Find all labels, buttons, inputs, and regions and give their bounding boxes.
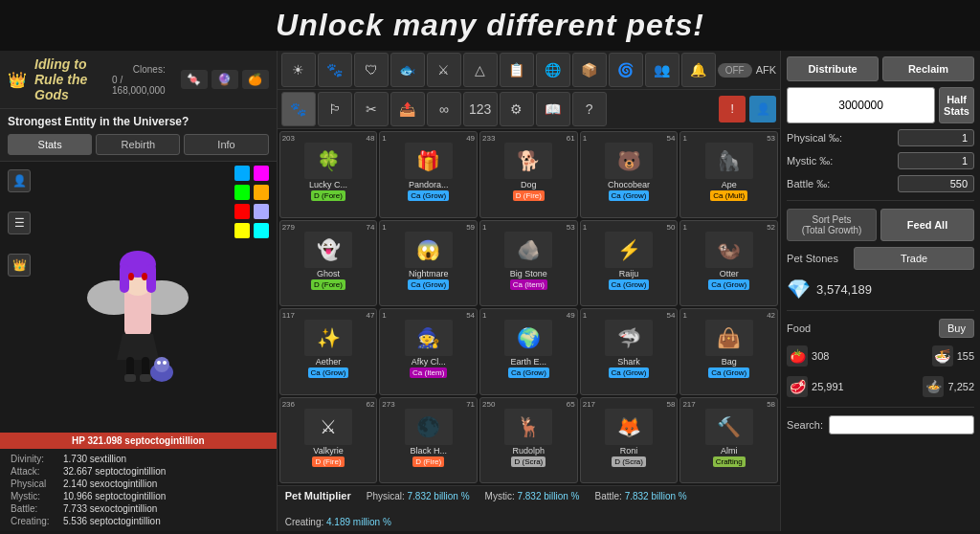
character-area: 👤 ☰ 👑	[0, 162, 277, 433]
toolbar-icon-paw[interactable]: 🐾	[318, 53, 352, 87]
half-stats-button[interactable]: Half Stats	[939, 87, 974, 123]
food-row-1: 🍅 308 🍜 155	[787, 344, 974, 368]
toolbar-icon-infinity[interactable]: ∞	[427, 92, 461, 126]
toolbar-icon-clipboard[interactable]: 📋	[500, 53, 534, 87]
pet-badge-6: Ca (Grow)	[408, 279, 449, 290]
toolbar-icon-fish[interactable]: 🐟	[390, 53, 425, 87]
pet-img-2: 🐕	[504, 143, 552, 179]
pet-card-5[interactable]: 279 74 👻 Ghost D (Fore)	[279, 220, 378, 307]
gem-orange	[254, 185, 269, 200]
pet-top-right-7: 53	[567, 223, 575, 232]
divider-2	[787, 310, 974, 311]
notif-icon-alert[interactable]: !	[719, 96, 746, 122]
pet-card-19[interactable]: 217 58 🔨 Almi Crafting	[679, 397, 778, 484]
toolbar-icon-book[interactable]: 📖	[536, 92, 570, 126]
pet-top-left-13: 1	[583, 311, 587, 320]
pet-name-16: Black H...	[410, 446, 447, 456]
pet-badge-4: Ca (Mult)	[710, 190, 747, 201]
pet-top-left-19: 217	[682, 400, 695, 409]
toolbar-icon-scissors[interactable]: ✂	[354, 92, 389, 126]
battle-input[interactable]	[898, 175, 974, 192]
toolbar-icon-123[interactable]: 123	[463, 92, 498, 126]
pet-badge-7: Ca (Item)	[510, 279, 547, 290]
toolbar-icon-sun[interactable]: ☀	[281, 53, 316, 87]
pet-card-top-19: 217 58	[682, 400, 775, 409]
pet-card-16[interactable]: 273 71 🌑 Black H... D (Fire)	[379, 397, 478, 484]
pet-card-0[interactable]: 203 48 🍀 Lucky C... D (Fore)	[279, 131, 378, 218]
pet-card-15[interactable]: 236 62 ⚔ Valkyrie D (Fire)	[279, 397, 378, 484]
pet-badge-5: D (Fore)	[311, 279, 345, 290]
feed-all-button[interactable]: Feed All	[880, 209, 974, 241]
toolbar-icon-bell[interactable]: 🔔	[681, 53, 716, 87]
pet-card-9[interactable]: 1 52 🦦 Otter Ca (Grow)	[679, 220, 778, 307]
toolbar-icon-people[interactable]: 👥	[645, 53, 679, 87]
toolbar-bottom: 🐾 🏳 ✂ 📤 ∞ 123 ⚙ 📖 ? ! 👤	[278, 90, 780, 129]
tab-stats[interactable]: Stats	[8, 134, 92, 155]
trade-button[interactable]: Trade	[854, 247, 974, 270]
notif-icon-user[interactable]: 👤	[749, 96, 776, 122]
pet-img-15: ⚔	[304, 409, 352, 445]
pet-card-17[interactable]: 250 65 🦌 Rudolph D (Scra)	[479, 397, 578, 484]
toolbar-icon-sword[interactable]: ⚔	[427, 53, 461, 87]
pet-top-left-15: 236	[282, 400, 295, 409]
toolbar-icon-question[interactable]: ?	[572, 92, 607, 126]
tab-rebirth[interactable]: Rebirth	[96, 134, 180, 155]
pet-card-12[interactable]: 1 49 🌍 Earth E... Ca (Grow)	[479, 308, 578, 395]
svg-marker-9	[117, 334, 159, 360]
stat-icon-list: ☰	[8, 211, 31, 234]
toolbar-icon-globe[interactable]: 🌐	[536, 53, 570, 87]
pet-img-11: 🧙	[405, 320, 453, 356]
toolbar-icon-triangle[interactable]: △	[463, 53, 498, 87]
pet-stones-value-row: 💎 3,574,189	[787, 276, 974, 302]
pet-card-top-8: 1 50	[583, 223, 676, 232]
toolbar-icon-shield[interactable]: 🛡	[354, 53, 389, 87]
toolbar-icon-flags[interactable]: 🏳	[318, 92, 352, 126]
right-panel: Distribute Reclaim Half Stats Physical ‰…	[780, 51, 980, 531]
toolbar-icon-box[interactable]: 📦	[572, 53, 607, 87]
sort-pets-button[interactable]: Sort Pets(Total Growth)	[787, 209, 877, 241]
reclaim-button[interactable]: Reclaim	[882, 56, 974, 81]
toolbar-icon-pets-active[interactable]: 🐾	[281, 92, 316, 126]
sort-feed-row: Sort Pets(Total Growth) Feed All	[787, 209, 974, 241]
pet-card-1[interactable]: 1 49 🎁 Pandora... Ca (Grow)	[379, 131, 478, 218]
pet-top-left-18: 217	[583, 400, 595, 409]
stat-row-2: Physical2.140 sexoctogintillion	[8, 478, 269, 490]
pet-card-2[interactable]: 233 61 🐕 Dog D (Fire)	[479, 131, 578, 218]
pet-card-13[interactable]: 1 54 🦈 Shark Ca (Grow)	[580, 308, 679, 395]
pet-card-14[interactable]: 1 42 👜 Bag Ca (Grow)	[679, 308, 778, 395]
toolbar-icon-export[interactable]: 📤	[390, 92, 425, 126]
crown-icon: 👑	[8, 71, 27, 89]
mystic-input[interactable]	[898, 152, 974, 169]
noodle-icon: 🍜	[932, 345, 953, 367]
pet-card-4[interactable]: 1 53 🦍 Ape Ca (Mult)	[679, 131, 778, 218]
pet-name-15: Valkyrie	[313, 446, 343, 456]
toggle-off[interactable]: OFF	[718, 63, 752, 78]
buy-button[interactable]: Buy	[939, 319, 974, 338]
pet-card-3[interactable]: 1 54 🐻 Chocobear Ca (Grow)	[580, 131, 679, 218]
physical-input[interactable]	[898, 129, 974, 146]
pet-name-8: Raiju	[619, 269, 639, 278]
toolbar-icon-network[interactable]: 🌀	[609, 53, 643, 87]
dist-reclaim-row: Distribute Reclaim	[787, 56, 974, 81]
pet-card-11[interactable]: 1 54 🧙 Afky Cl... Ca (Item)	[379, 308, 478, 395]
pet-img-8: ⚡	[605, 232, 653, 268]
pet-card-10[interactable]: 117 47 ✨ Aether Ca (Grow)	[279, 308, 378, 395]
pet-card-top-12: 1 49	[482, 311, 575, 320]
physical-row: Physical ‰:	[787, 129, 974, 146]
amount-input[interactable]	[787, 87, 935, 123]
distribute-button[interactable]: Distribute	[787, 56, 879, 81]
pet-badge-10: Ca (Grow)	[308, 367, 349, 378]
gem-yellow	[234, 223, 250, 238]
pet-img-4: 🦍	[705, 143, 753, 179]
character-sprite	[80, 211, 195, 384]
pet-card-6[interactable]: 1 59 😱 Nightmare Ca (Grow)	[379, 220, 478, 307]
mult-physical: Physical: 7.832 billion %	[367, 491, 470, 501]
search-input[interactable]	[829, 415, 974, 434]
meat-icon: 🥩	[787, 376, 808, 397]
svg-point-16	[157, 361, 161, 365]
toolbar-icon-gear[interactable]: ⚙	[500, 92, 534, 126]
pet-card-18[interactable]: 217 58 🦊 Roni D (Scra)	[580, 397, 679, 484]
tab-info[interactable]: Info	[184, 134, 268, 155]
pet-card-8[interactable]: 1 50 ⚡ Raiju Ca (Grow)	[580, 220, 679, 307]
pet-card-7[interactable]: 1 53 🪨 Big Stone Ca (Item)	[479, 220, 578, 307]
